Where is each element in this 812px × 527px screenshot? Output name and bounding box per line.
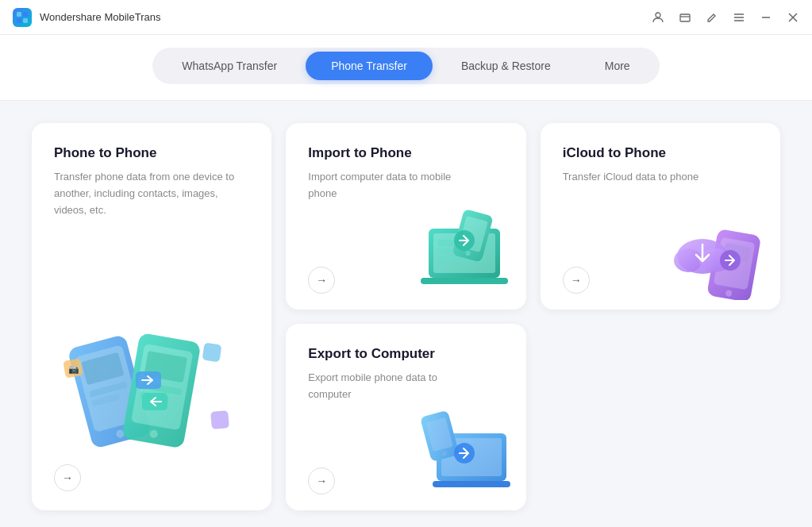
icloud-illustration (671, 205, 774, 303)
card-import-title: Import to Phone (308, 145, 503, 161)
tab-phone[interactable]: Phone Transfer (306, 52, 433, 80)
app-icon (13, 8, 32, 27)
titlebar-controls (652, 11, 799, 24)
svg-rect-26 (421, 278, 508, 284)
card-phone-to-phone-desc: Transfer phone data from one device to a… (54, 169, 237, 218)
card-icloud-arrow[interactable]: → (563, 267, 590, 294)
card-import-to-phone[interactable]: Import to Phone Import computer data to … (286, 123, 525, 310)
minimize-button[interactable] (760, 11, 772, 24)
tab-backup[interactable]: Backup & Restore (436, 52, 576, 80)
card-icloud-title: iCloud to Phone (563, 145, 758, 161)
svg-rect-1 (23, 12, 28, 17)
app-name: Wondershare MobileTrans (40, 11, 160, 23)
svg-rect-44 (433, 481, 510, 487)
nav-tabs: WhatsApp Transfer Phone Transfer Backup … (152, 48, 659, 84)
card-import-arrow[interactable]: → (308, 267, 335, 294)
card-icloud-desc: Transfer iCloud data to phone (563, 169, 706, 186)
main-content: Phone to Phone Transfer phone data from … (0, 101, 812, 527)
export-illustration (417, 410, 520, 504)
menu-icon[interactable] (733, 11, 745, 24)
import-illustration (417, 205, 520, 303)
svg-rect-22 (202, 343, 222, 363)
svg-rect-2 (17, 18, 21, 23)
tab-whatsapp[interactable]: WhatsApp Transfer (156, 52, 302, 80)
svg-text:📷: 📷 (68, 364, 79, 375)
close-button[interactable] (787, 11, 799, 24)
card-phone-to-phone[interactable]: Phone to Phone Transfer phone data from … (32, 123, 271, 510)
card-import-desc: Import computer data to mobile phone (308, 169, 451, 202)
card-export-to-computer[interactable]: Export to Computer Export mobile phone d… (286, 324, 525, 510)
svg-rect-5 (680, 14, 690, 21)
card-export-arrow[interactable]: → (308, 467, 335, 494)
svg-rect-0 (17, 12, 21, 17)
phone-to-phone-illustration: 📷 (32, 304, 271, 463)
nav-bar: WhatsApp Transfer Phone Transfer Backup … (0, 35, 812, 101)
profile-icon[interactable] (652, 11, 664, 24)
card-phone-to-phone-title: Phone to Phone (54, 145, 249, 161)
svg-rect-3 (23, 18, 28, 23)
window-icon[interactable] (679, 11, 691, 24)
titlebar: Wondershare MobileTrans (0, 0, 812, 35)
card-export-title: Export to Computer (308, 346, 503, 362)
card-phone-to-phone-arrow[interactable]: → (54, 464, 81, 491)
svg-point-4 (656, 13, 660, 17)
svg-rect-23 (210, 410, 229, 429)
card-icloud-to-phone[interactable]: iCloud to Phone Transfer iCloud data to … (541, 123, 780, 310)
svg-point-39 (674, 248, 702, 272)
card-export-desc: Export mobile phone data to computer (308, 370, 451, 403)
titlebar-left: Wondershare MobileTrans (13, 8, 160, 27)
tab-more[interactable]: More (579, 52, 656, 80)
edit-icon[interactable] (706, 11, 718, 24)
